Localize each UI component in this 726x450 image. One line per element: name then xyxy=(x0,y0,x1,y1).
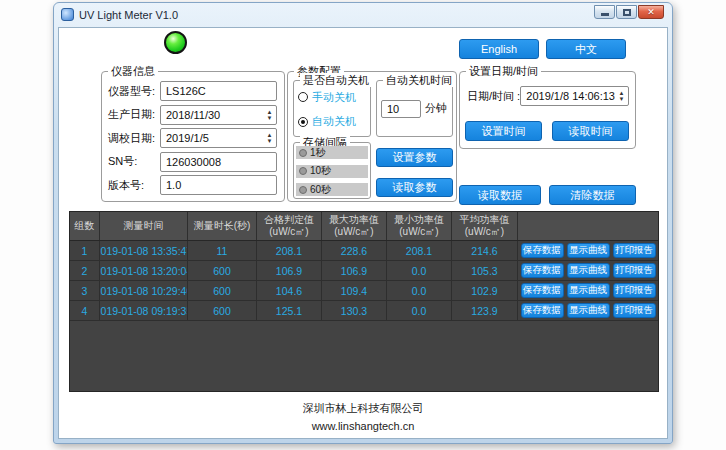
header-min-power: 最小功率值(uW/c㎡) xyxy=(387,212,452,240)
print-report-button[interactable]: 打印报告 xyxy=(613,303,656,318)
production-date-input[interactable]: 2018/11/30 ▲▼ xyxy=(160,105,277,125)
field-model: 仪器型号: LS126C xyxy=(108,81,277,101)
radio-label: 1秒 xyxy=(310,146,326,160)
group-title: 设置日期/时间 xyxy=(466,64,541,78)
cell-duration: 600 xyxy=(188,281,257,300)
radio-label: 10秒 xyxy=(310,164,331,178)
radio-manual-poweroff[interactable]: 手动关机 xyxy=(298,90,368,105)
serial-number-input[interactable]: 126030008 xyxy=(160,152,277,172)
instrument-info-group: 仪器信息 仪器型号: LS126C 生产日期: 2018/11/30 ▲▼ 调校… xyxy=(101,71,285,202)
field-label: 生产日期: xyxy=(108,107,160,122)
cell-max: 130.3 xyxy=(322,301,387,320)
field-value: LS126C xyxy=(161,85,276,97)
storage-interval-group: 存储间隔 1秒 10秒 60秒 xyxy=(293,142,371,199)
cell-avg: 102.9 xyxy=(452,281,518,300)
set-time-button[interactable]: 设置时间 xyxy=(465,121,542,141)
datetime-input[interactable]: 2019/1/8 14:06:13 ▲▼ xyxy=(520,86,629,106)
cell-min: 208.1 xyxy=(387,241,452,260)
table-header-row: 组数 测量时间 测量时长(秒) 合格判定值(uW/c㎡) 最大功率值(uW/c㎡… xyxy=(70,212,658,241)
table-row: 2 2019-01-08 13:20:04 600 106.9 106.9 0.… xyxy=(70,261,658,281)
chinese-language-button[interactable]: 中文 xyxy=(546,39,626,59)
cell-max: 228.6 xyxy=(322,241,387,260)
cell-min: 0.0 xyxy=(387,301,452,320)
show-curve-button[interactable]: 显示曲线 xyxy=(567,243,610,258)
cell-time: 2019-01-08 10:29:40 xyxy=(100,281,188,300)
field-value: 1.0 xyxy=(161,179,276,191)
show-curve-button[interactable]: 显示曲线 xyxy=(567,263,610,278)
english-language-button[interactable]: English xyxy=(459,39,539,59)
minimize-button[interactable] xyxy=(594,5,615,19)
cell-group: 1 xyxy=(70,241,100,260)
show-curve-button[interactable]: 显示曲线 xyxy=(567,303,610,318)
radio-on-icon xyxy=(298,117,308,127)
client-area: English 中文 仪器信息 仪器型号: LS126C 生产日期: 2018/… xyxy=(58,27,668,439)
spinner-icon[interactable]: ▲▼ xyxy=(263,106,276,124)
cell-duration: 600 xyxy=(188,261,257,280)
group-title: 仪器信息 xyxy=(108,64,158,78)
cell-duration: 11 xyxy=(188,241,257,260)
save-data-button[interactable]: 保存数据 xyxy=(521,243,564,258)
read-data-button[interactable]: 读取数据 xyxy=(459,185,541,205)
cell-time: 2019-01-08 13:20:04 xyxy=(100,261,188,280)
radio-interval-60s: 60秒 xyxy=(296,183,368,196)
auto-off-minutes-input[interactable]: 10 xyxy=(381,100,421,118)
field-production-date: 生产日期: 2018/11/30 ▲▼ xyxy=(108,105,277,125)
show-curve-button[interactable]: 显示曲线 xyxy=(567,283,610,298)
set-params-button[interactable]: 设置参数 xyxy=(376,148,453,167)
cell-actions: 保存数据 显示曲线 打印报告 xyxy=(518,241,658,260)
datetime-group: 设置日期/时间 日期/时间 : 2019/1/8 14:06:13 ▲▼ 设置时… xyxy=(459,71,636,149)
field-label: 仪器型号: xyxy=(108,84,160,99)
radio-label: 手动关机 xyxy=(312,90,356,105)
cell-max: 106.9 xyxy=(322,261,387,280)
print-report-button[interactable]: 打印报告 xyxy=(613,283,656,298)
cell-threshold: 104.6 xyxy=(257,281,322,300)
save-data-button[interactable]: 保存数据 xyxy=(521,303,564,318)
save-data-button[interactable]: 保存数据 xyxy=(521,263,564,278)
radio-auto-poweroff[interactable]: 自动关机 xyxy=(298,114,368,129)
read-time-button[interactable]: 读取时间 xyxy=(552,121,629,141)
title-bar: UV Light Meter V1.0 ✕ xyxy=(54,3,672,26)
print-report-button[interactable]: 打印报告 xyxy=(613,263,656,278)
header-duration: 测量时长(秒) xyxy=(188,212,257,240)
clear-data-button[interactable]: 清除数据 xyxy=(549,185,636,205)
read-params-button[interactable]: 读取参数 xyxy=(376,178,453,197)
cell-actions: 保存数据 显示曲线 打印报告 xyxy=(518,301,658,320)
cell-actions: 保存数据 显示曲线 打印报告 xyxy=(518,261,658,280)
footer-website: www.linshangtech.cn xyxy=(59,420,667,432)
measurement-table: 组数 测量时间 测量时长(秒) 合格判定值(uW/c㎡) 最大功率值(uW/c㎡… xyxy=(69,211,659,392)
header-actions xyxy=(518,212,658,240)
app-icon xyxy=(61,8,74,21)
radio-interval-10s: 10秒 xyxy=(296,165,368,178)
print-report-button[interactable]: 打印报告 xyxy=(613,243,656,258)
field-label: 版本号: xyxy=(108,178,160,193)
auto-off-group: 是否自动关机 手动关机 自动关机 xyxy=(293,80,371,137)
cell-threshold: 106.9 xyxy=(257,261,322,280)
save-data-button[interactable]: 保存数据 xyxy=(521,283,564,298)
spinner-icon[interactable]: ▲▼ xyxy=(615,87,628,105)
spinner-icon[interactable]: ▲▼ xyxy=(263,129,276,147)
cell-avg: 214.6 xyxy=(452,241,518,260)
field-value: 10 xyxy=(382,103,420,115)
close-button[interactable]: ✕ xyxy=(638,5,664,19)
model-input[interactable]: LS126C xyxy=(160,81,277,101)
footer-company-name: 深圳市林上科技有限公司 xyxy=(59,401,667,416)
minutes-unit-label: 分钟 xyxy=(425,101,447,116)
cell-group: 2 xyxy=(70,261,100,280)
cell-time: 2019-01-08 13:35:47 xyxy=(100,241,188,260)
version-input[interactable]: 1.0 xyxy=(160,175,277,195)
field-value: 2018/11/30 xyxy=(161,109,263,121)
radio-interval-1s: 1秒 xyxy=(296,146,368,159)
cell-actions: 保存数据 显示曲线 打印报告 xyxy=(518,281,658,300)
header-avg-power: 平均功率值(uW/c㎡) xyxy=(452,212,518,240)
param-config-group: 参数配置 是否自动关机 手动关机 自动关机 自动关机时间 1 xyxy=(287,71,457,202)
cell-threshold: 208.1 xyxy=(257,241,322,260)
datetime-label: 日期/时间 : xyxy=(467,89,520,104)
calibration-date-input[interactable]: 2019/1/5 ▲▼ xyxy=(160,128,277,148)
cell-min: 0.0 xyxy=(387,261,452,280)
radio-label: 60秒 xyxy=(310,183,331,197)
field-calibration-date: 调校日期: 2019/1/5 ▲▼ xyxy=(108,128,277,148)
maximize-button[interactable] xyxy=(616,5,637,19)
field-value: 126030008 xyxy=(161,156,276,168)
field-value: 2019/1/5 xyxy=(161,132,263,144)
minimize-icon xyxy=(601,13,609,16)
